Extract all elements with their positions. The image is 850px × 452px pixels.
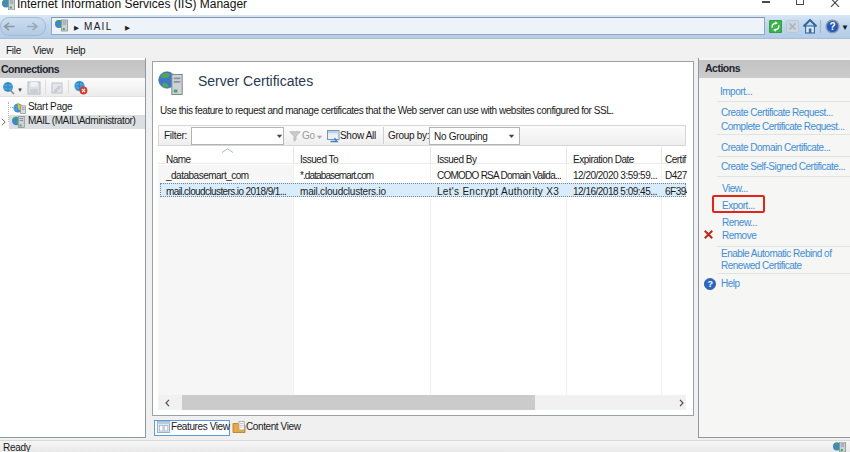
svg-text:?: ? [707,279,712,289]
svg-text:?: ? [830,21,836,32]
